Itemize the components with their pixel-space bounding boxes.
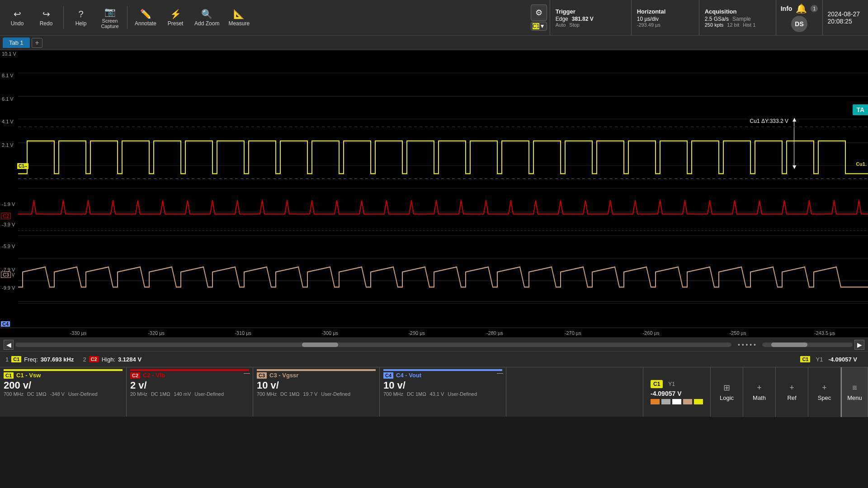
ref-button[interactable]: + Ref <box>776 367 808 417</box>
toolbar: ↩ Undo ↪ Redo ? Help 📷 ScreenCapture ✏️ … <box>0 0 868 36</box>
c1-marker: C1-- <box>17 163 28 169</box>
c3-color-line <box>257 369 376 371</box>
c4-marker: C4 <box>1 321 10 327</box>
c1-name: C1 - Vsw <box>16 372 41 379</box>
spec-button[interactable]: + Spec <box>808 367 841 417</box>
waveform-area[interactable]: TA 10.1 V 8.1 V 6.1 V 4.1 V 2.1 V -1.9 V… <box>0 50 868 338</box>
time-label-4: -290 µs <box>408 330 425 336</box>
bottom-right-panel: C1 Y1 -4.09057 V ⊞ Logic + Math <box>643 367 868 417</box>
c4-sub3: 43.1 V <box>429 391 444 397</box>
settings-col: ⚙ C1 ▼ <box>528 0 550 36</box>
acquisition-bits: 12 bit <box>727 22 739 28</box>
meas-item-0: 1 C1 Freq: 307.693 kHz <box>5 356 74 363</box>
dropdown-arrow: ▼ <box>539 23 545 29</box>
swatch-orange <box>651 399 660 404</box>
c2-close-button[interactable]: — <box>244 369 250 376</box>
scroll-dots: • • • • • <box>733 341 760 348</box>
ref-icon: + <box>789 383 794 393</box>
y-label-5: -1.9 V <box>2 202 15 207</box>
measure-button[interactable]: 📐 Measure <box>225 2 253 33</box>
channel-c1-info: C1 C1 - Vsw 200 v/ 700 MHz DC 1MΩ -348 V… <box>0 367 127 417</box>
c1-sub-info: 700 MHz DC 1MΩ -348 V User-Defined <box>4 391 123 397</box>
channel-info-bar: C1 C1 - Vsw 200 v/ 700 MHz DC 1MΩ -348 V… <box>0 367 868 417</box>
waveform-svg <box>18 50 868 338</box>
trigger-mode: Auto <box>556 22 566 28</box>
scroll-thumb-right[interactable] <box>771 343 807 347</box>
trigger-type: Edge <box>556 16 568 22</box>
preset-icon: ⚡ <box>170 9 181 19</box>
right-meas-ch: C1 <box>800 356 810 362</box>
tab-bar: Tab 1 + <box>0 36 868 50</box>
trigger-title: Trigger <box>556 8 626 15</box>
c2-sub4: User-Defined <box>194 391 224 397</box>
c4-close-button[interactable]: — <box>497 369 503 376</box>
separator2 <box>127 6 127 29</box>
meas-ch-1: C2 <box>89 356 99 362</box>
c3-main-val: 10 v/ <box>257 380 376 391</box>
measurement-bar: 1 C1 Freq: 307.693 kHz 2 C2 High: 3.1284… <box>0 351 868 367</box>
math-icon: + <box>757 383 762 393</box>
c3-marker: C3 V <box>1 272 15 278</box>
y1-value: -4.09057 V <box>651 390 703 397</box>
bell-icon[interactable]: 🔔 <box>796 3 807 14</box>
time-axis: -330 µs -320 µs -310 µs -300 µs -290 µs … <box>0 328 868 338</box>
y1-label: Y1 <box>668 381 675 387</box>
c3-title: C3 C3 - Vgssr <box>257 372 376 379</box>
scroll-track[interactable] <box>15 343 731 347</box>
separator <box>63 6 64 29</box>
annotate-button[interactable]: ✏️ Annotate <box>131 2 160 33</box>
info-title: Info <box>781 5 793 12</box>
c1-sub4: User-Defined <box>68 391 98 397</box>
right-measurement: C1 Y1 -4.09057 V <box>800 356 863 363</box>
c3-sub2: DC 1MΩ <box>280 391 299 397</box>
scroll-bar-area: ◀ • • • • • ▶ <box>0 338 868 351</box>
preset-button[interactable]: ⚡ Preset <box>162 2 189 33</box>
logic-button[interactable]: ⊞ Logic <box>711 367 743 417</box>
add-tab-button[interactable]: + <box>32 38 42 48</box>
screen-capture-button[interactable]: 📷 ScreenCapture <box>96 2 123 33</box>
redo-label: Redo <box>40 20 53 27</box>
scroll-track-right[interactable] <box>762 343 853 347</box>
date-display: 2024-08-27 <box>827 10 860 18</box>
add-zoom-button[interactable]: 🔍 Add Zoom <box>191 2 223 33</box>
y1-readout: C1 Y1 -4.09057 V <box>643 367 711 417</box>
channel-select-button[interactable]: C1 ▼ <box>531 22 547 31</box>
y1-ch-badge: C1 <box>651 380 663 388</box>
c1-badge: C1 <box>4 372 14 379</box>
c2-name: C2 - Vfb <box>143 372 165 379</box>
help-button[interactable]: ? Help <box>67 2 94 33</box>
swatch-pink <box>683 399 692 404</box>
undo-icon: ↩ <box>14 9 21 19</box>
scroll-left-button[interactable]: ◀ <box>4 340 14 350</box>
trigger-panel: Trigger Edge 381.82 V Auto Stop <box>550 0 631 36</box>
ds-icon[interactable]: DS <box>791 16 807 32</box>
tab-1[interactable]: Tab 1 <box>3 38 30 48</box>
acquisition-panel: Acquisition 2.5 GSa/s Sample 250 kpts 12… <box>699 0 776 36</box>
math-button[interactable]: + Math <box>743 367 776 417</box>
y-label-2: 6.1 V <box>2 96 14 102</box>
c1-color-line <box>4 369 123 371</box>
menu-button[interactable]: ≡ Menu <box>841 367 868 417</box>
undo-button[interactable]: ↩ Undo <box>4 2 31 33</box>
help-icon: ? <box>78 9 83 19</box>
math-label: Math <box>753 394 766 401</box>
y-label-1: 8.1 V <box>2 73 14 78</box>
redo-button[interactable]: ↪ Redo <box>33 2 60 33</box>
scroll-right-button[interactable]: ▶ <box>854 340 864 350</box>
meas-name-1: High: <box>102 356 115 363</box>
c4-sub-info: 700 MHz DC 1MΩ 43.1 V User-Defined <box>383 391 502 397</box>
settings-button[interactable]: ⚙ <box>531 5 547 21</box>
c1-main-val: 200 v/ <box>4 380 123 391</box>
time-label-3: -300 µs <box>321 330 338 336</box>
logic-label: Logic <box>720 394 734 401</box>
meas-num-0: 1 <box>5 356 9 363</box>
scroll-thumb[interactable] <box>302 343 338 347</box>
c2-sub2: DC 1MΩ <box>151 391 170 397</box>
c4-main-val: 10 v/ <box>383 380 502 391</box>
acquisition-rate: 2.5 GSa/s <box>705 16 729 22</box>
horizontal-panel: Horizontal 10 µs/div -293.49 µs <box>631 0 699 36</box>
meas-name-0: Freq: <box>24 356 38 363</box>
c1-sub2: DC 1MΩ <box>27 391 46 397</box>
channel-c2-info: C2 C2 - Vfb — 2 v/ 20 MHz DC 1MΩ 140 mV … <box>127 367 253 417</box>
y-label-3: 4.1 V <box>2 119 14 124</box>
